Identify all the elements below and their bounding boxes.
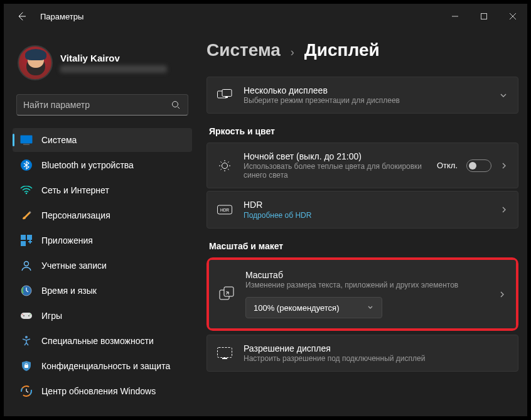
sidebar-item-accounts[interactable]: Учетные записи <box>13 254 192 277</box>
sidebar-item-system[interactable]: Система <box>13 128 192 152</box>
clock-icon <box>20 284 33 297</box>
brush-icon <box>20 209 33 222</box>
wifi-icon <box>20 184 33 197</box>
chevron-right-icon <box>500 162 508 170</box>
card-title: HDR <box>244 200 489 210</box>
card-desc: Использовать более теплые цвета для блок… <box>244 162 426 180</box>
profile-block[interactable]: Vitaliy Kairov <box>18 45 188 80</box>
chevron-down-icon <box>499 91 508 100</box>
svg-rect-10 <box>30 240 31 244</box>
minimize-button[interactable] <box>441 6 469 26</box>
sidebar-item-accessibility[interactable]: Специальные возможности <box>13 329 192 353</box>
card-title: Ночной свет (выкл. до 21:00) <box>244 151 426 161</box>
svg-rect-33 <box>222 358 227 359</box>
scale-icon <box>219 286 234 301</box>
sidebar-item-personalization[interactable]: Персонализация <box>13 203 192 227</box>
svg-rect-32 <box>218 347 232 357</box>
card-desc: Настроить разрешение под подключенный ди… <box>244 354 508 363</box>
displays-icon <box>217 88 232 103</box>
sidebar-item-privacy[interactable]: Конфиденциальность и защита <box>13 354 192 378</box>
chevron-right-icon <box>500 206 508 213</box>
svg-point-16 <box>28 315 30 316</box>
shield-icon <box>20 360 33 372</box>
back-button[interactable] <box>14 9 29 24</box>
sidebar-item-network[interactable]: Сеть и Интернет <box>13 178 192 202</box>
highlight-box: Масштаб Изменение размера текста, прилож… <box>206 257 518 331</box>
card-title: Разрешение дисплея <box>244 343 508 353</box>
section-scale: Масштаб и макет <box>209 241 518 251</box>
scale-value: 100% (рекомендуется) <box>254 303 339 313</box>
card-hdr[interactable]: HDR HDR Подробнее об HDR <box>206 191 518 229</box>
card-title: Масштаб <box>245 270 487 280</box>
svg-rect-8 <box>21 241 26 246</box>
card-resolution[interactable]: Разрешение дисплея Настроить разрешение … <box>206 335 518 372</box>
resolution-icon <box>217 346 232 361</box>
sidebar-item-update[interactable]: Центр обновления Windows <box>13 379 192 403</box>
person-icon <box>20 259 33 272</box>
breadcrumb: Система › Дисплей <box>206 40 518 60</box>
svg-rect-7 <box>27 235 32 240</box>
section-brightness: Яркость и цвет <box>209 126 518 136</box>
card-title: Несколько дисплеев <box>244 85 488 95</box>
svg-rect-6 <box>21 235 26 240</box>
svg-point-19 <box>25 336 28 338</box>
card-multiple-displays[interactable]: Несколько дисплеев Выберите режим презен… <box>206 77 518 114</box>
night-icon <box>217 158 232 173</box>
svg-point-1 <box>173 102 178 107</box>
hdr-link[interactable]: Подробнее об HDR <box>244 211 311 220</box>
svg-point-18 <box>30 314 31 315</box>
accessibility-icon <box>20 335 33 347</box>
svg-point-11 <box>24 262 29 266</box>
card-desc: Выберите режим презентации для дисплеев <box>244 96 488 105</box>
svg-rect-0 <box>481 14 487 19</box>
sidebar-item-apps[interactable]: Приложения <box>13 229 192 252</box>
username: Vitaliy Kairov <box>60 53 167 63</box>
breadcrumb-current: Дисплей <box>304 40 380 60</box>
svg-rect-3 <box>23 144 30 145</box>
svg-point-5 <box>26 193 28 195</box>
apps-icon <box>20 234 33 247</box>
toggle-status: Откл. <box>437 161 458 170</box>
user-email-blurred <box>60 65 167 73</box>
scale-dropdown[interactable]: 100% (рекомендуется) <box>245 297 382 318</box>
maximize-button[interactable] <box>469 6 498 26</box>
sidebar-item-gaming[interactable]: Игры <box>13 304 192 328</box>
close-button[interactable] <box>498 6 527 26</box>
svg-point-15 <box>23 315 24 316</box>
chevron-down-icon <box>367 304 374 311</box>
sidebar-item-bluetooth[interactable]: Bluetooth и устройства <box>13 153 192 177</box>
svg-point-27 <box>222 163 228 168</box>
night-light-toggle[interactable] <box>466 159 491 172</box>
search-input[interactable] <box>23 100 170 110</box>
window-title: Параметры <box>40 12 83 21</box>
card-scale[interactable]: Масштаб Изменение размера текста, прилож… <box>209 260 516 328</box>
hdr-icon: HDR <box>217 202 232 217</box>
system-icon <box>20 134 33 146</box>
svg-rect-2 <box>21 136 33 144</box>
chevron-right-icon: › <box>291 46 294 59</box>
breadcrumb-root[interactable]: Система <box>206 40 281 60</box>
svg-text:HDR: HDR <box>220 208 229 212</box>
card-night-light[interactable]: Ночной свет (выкл. до 21:00) Использоват… <box>206 143 518 188</box>
update-icon <box>20 385 33 397</box>
chevron-right-icon <box>498 291 506 298</box>
sidebar-item-time[interactable]: Время и язык <box>13 279 192 303</box>
search-box[interactable] <box>16 94 188 116</box>
svg-rect-25 <box>222 89 232 96</box>
svg-point-17 <box>22 314 23 315</box>
card-desc: Изменение размера текста, приложений и д… <box>245 281 487 289</box>
svg-rect-26 <box>225 97 228 98</box>
bluetooth-icon <box>20 159 33 171</box>
search-icon <box>170 99 181 110</box>
gamepad-icon <box>20 310 33 322</box>
avatar <box>18 45 53 80</box>
svg-rect-14 <box>21 313 32 319</box>
